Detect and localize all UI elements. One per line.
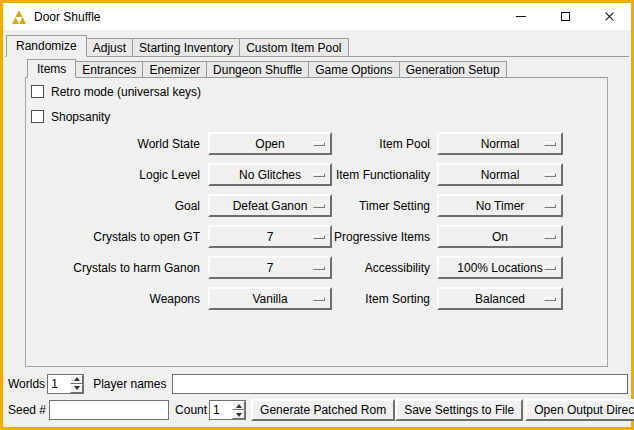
dropdown-indicator-icon bbox=[313, 266, 325, 270]
tab-label: Starting Inventory bbox=[139, 41, 233, 55]
worlds-row: Worlds Player names bbox=[8, 373, 628, 394]
item-functionality-dropdown[interactable]: Normal bbox=[437, 163, 563, 186]
tab-dungeon-shuffle[interactable]: Dungeon Shuffle bbox=[206, 61, 309, 77]
options-form: World State Open Item Pool Normal Logic … bbox=[25, 128, 570, 314]
option-row: Crystals to open GT 7 Progressive Items … bbox=[25, 221, 570, 252]
tab-entrances[interactable]: Entrances bbox=[75, 61, 143, 77]
minimize-button[interactable] bbox=[499, 3, 543, 30]
dropdown-indicator-icon bbox=[313, 142, 325, 146]
spin-up-icon bbox=[236, 404, 242, 408]
generate-patched-rom-button[interactable]: Generate Patched Rom bbox=[251, 399, 395, 421]
worlds-spinner[interactable] bbox=[47, 374, 84, 394]
spinner-arrows bbox=[232, 401, 245, 419]
crystals-ganon-label: Crystals to harm Ganon bbox=[25, 261, 200, 275]
tab-game-options[interactable]: Game Options bbox=[308, 61, 399, 77]
app-icon bbox=[11, 9, 27, 25]
dropdown-indicator-icon bbox=[313, 173, 325, 177]
worlds-input[interactable] bbox=[48, 375, 70, 393]
tab-generation-setup[interactable]: Generation Setup bbox=[399, 61, 507, 77]
count-spin-up-button[interactable] bbox=[232, 401, 245, 410]
save-settings-button[interactable]: Save Settings to File bbox=[395, 399, 523, 421]
count-input[interactable] bbox=[210, 401, 232, 419]
maximize-icon bbox=[561, 12, 570, 21]
maximize-button[interactable] bbox=[543, 3, 587, 30]
tab-label: Adjust bbox=[93, 41, 126, 55]
tab-custom-item-pool[interactable]: Custom Item Pool bbox=[239, 38, 348, 56]
retro-mode-label: Retro mode (universal keys) bbox=[51, 85, 201, 99]
dropdown-indicator-icon bbox=[313, 204, 325, 208]
app-window: Door Shuffle Randomize Adjust Starting I… bbox=[0, 0, 634, 430]
option-row: World State Open Item Pool Normal bbox=[25, 128, 570, 159]
goal-dropdown[interactable]: Defeat Ganon bbox=[208, 194, 332, 217]
timer-setting-dropdown[interactable]: No Timer bbox=[437, 194, 563, 217]
world-state-dropdown[interactable]: Open bbox=[208, 132, 332, 155]
option-row: Logic Level No Glitches Item Functionali… bbox=[25, 159, 570, 190]
tab-starting-inventory[interactable]: Starting Inventory bbox=[132, 38, 240, 56]
minimize-icon bbox=[516, 16, 526, 17]
world-state-label: World State bbox=[25, 137, 200, 151]
generate-row: Seed # Count Generate Patched Rom Save S… bbox=[8, 399, 628, 421]
dropdown-indicator-icon bbox=[313, 235, 325, 239]
count-label: Count bbox=[175, 403, 207, 417]
item-functionality-label: Item Functionality bbox=[332, 168, 430, 182]
spin-up-icon bbox=[74, 377, 80, 381]
option-row: Weapons Vanilla Item Sorting Balanced bbox=[25, 283, 570, 314]
count-spinner[interactable] bbox=[209, 400, 246, 420]
goal-label: Goal bbox=[25, 199, 200, 213]
weapons-label: Weapons bbox=[25, 292, 200, 306]
shopsanity-label: Shopsanity bbox=[51, 110, 110, 124]
item-sorting-dropdown[interactable]: Balanced bbox=[437, 287, 563, 310]
logic-level-dropdown[interactable]: No Glitches bbox=[208, 163, 332, 186]
option-row: Goal Defeat Ganon Timer Setting No Timer bbox=[25, 190, 570, 221]
dropdown-indicator-icon bbox=[544, 142, 556, 146]
window-controls bbox=[499, 3, 631, 30]
tab-label: Custom Item Pool bbox=[246, 41, 341, 55]
dropdown-indicator-icon bbox=[544, 173, 556, 177]
tab-items[interactable]: Items bbox=[27, 59, 76, 78]
tab-label: Randomize bbox=[16, 39, 77, 53]
tab-randomize[interactable]: Randomize bbox=[6, 35, 87, 57]
tab-enemizer[interactable]: Enemizer bbox=[142, 61, 207, 77]
checkbox-box-icon bbox=[31, 85, 44, 98]
tab-label: Entrances bbox=[82, 63, 136, 77]
progressive-items-dropdown[interactable]: On bbox=[437, 225, 563, 248]
sub-tab-bar: Items Entrances Enemizer Dungeon Shuffle… bbox=[25, 58, 608, 78]
shopsanity-checkbox[interactable]: Shopsanity bbox=[31, 109, 110, 124]
option-row: Crystals to harm Ganon 7 Accessibility 1… bbox=[25, 252, 570, 283]
timer-setting-label: Timer Setting bbox=[332, 199, 430, 213]
logic-level-label: Logic Level bbox=[25, 168, 200, 182]
tab-adjust[interactable]: Adjust bbox=[86, 38, 133, 56]
crystals-ganon-dropdown[interactable]: 7 bbox=[208, 256, 332, 279]
accessibility-dropdown[interactable]: 100% Locations bbox=[437, 256, 563, 279]
titlebar[interactable]: Door Shuffle bbox=[3, 3, 631, 30]
spinner-arrows bbox=[70, 375, 83, 393]
worlds-spin-down-button[interactable] bbox=[70, 384, 83, 393]
weapons-dropdown[interactable]: Vanilla bbox=[208, 287, 332, 310]
worlds-spin-up-button[interactable] bbox=[70, 375, 83, 384]
seed-input[interactable] bbox=[49, 400, 169, 420]
accessibility-label: Accessibility bbox=[332, 261, 430, 275]
window-content: Randomize Adjust Starting Inventory Cust… bbox=[3, 30, 631, 427]
crystals-gt-label: Crystals to open GT bbox=[25, 230, 200, 244]
tab-label: Enemizer bbox=[149, 63, 200, 77]
item-pool-dropdown[interactable]: Normal bbox=[437, 132, 563, 155]
open-output-directory-button[interactable]: Open Output Directory bbox=[525, 399, 634, 421]
checkbox-box-icon bbox=[31, 110, 44, 123]
dropdown-indicator-icon bbox=[544, 204, 556, 208]
tab-label: Generation Setup bbox=[406, 63, 500, 77]
worlds-label: Worlds bbox=[8, 377, 45, 391]
player-names-input[interactable] bbox=[172, 374, 629, 394]
item-sorting-label: Item Sorting bbox=[332, 292, 430, 306]
progressive-items-label: Progressive Items bbox=[332, 230, 430, 244]
crystals-gt-dropdown[interactable]: 7 bbox=[208, 225, 332, 248]
tab-label: Game Options bbox=[315, 63, 392, 77]
window-title: Door Shuffle bbox=[34, 10, 101, 24]
main-tab-bar: Randomize Adjust Starting Inventory Cust… bbox=[5, 34, 629, 57]
close-button[interactable] bbox=[587, 3, 631, 30]
dropdown-indicator-icon bbox=[313, 297, 325, 301]
dropdown-indicator-icon bbox=[544, 266, 556, 270]
tab-label: Items bbox=[37, 62, 66, 76]
spin-down-icon bbox=[74, 386, 80, 390]
retro-mode-checkbox[interactable]: Retro mode (universal keys) bbox=[31, 84, 201, 99]
count-spin-down-button[interactable] bbox=[232, 410, 245, 419]
